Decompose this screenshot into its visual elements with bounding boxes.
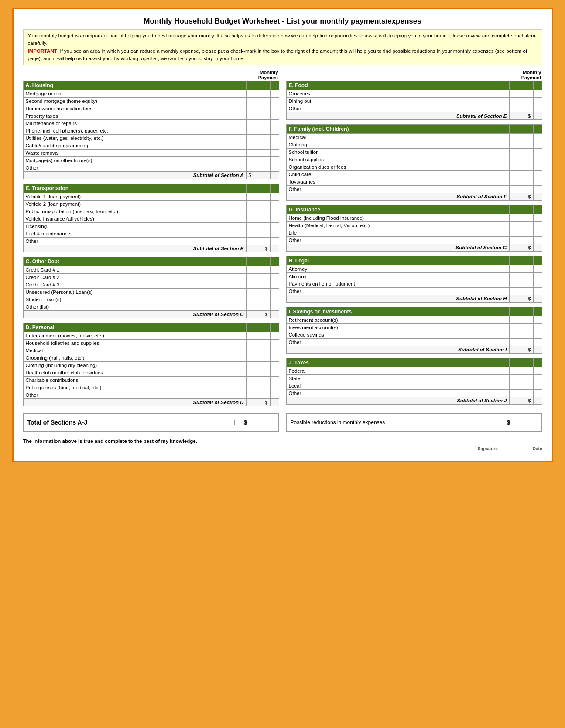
section-e-transport-subtotal: Subtotal of Section E $: [23, 245, 279, 252]
section-i-header-row: I. Savings or Investments: [286, 307, 542, 316]
signature-section: The information above is true and comple…: [23, 439, 542, 451]
table-row: Home (including Flood Insurance): [286, 214, 542, 222]
intro-box: Your monthly budget is an important part…: [23, 29, 542, 65]
table-row: Investment account(s): [286, 324, 542, 331]
table-row: Cable/satellite programming: [23, 142, 279, 150]
table-row: School tuition: [286, 149, 542, 156]
table-row: Other: [286, 105, 542, 112]
total-box: Total of Sections A-J | $: [23, 413, 279, 432]
table-row: Medical: [286, 134, 542, 141]
section-d-table: D. Personal Entertainment (movies, music…: [23, 323, 279, 406]
section-a-header-row: A. Housing: [23, 81, 279, 90]
page-title: Monthly Household Budget Worksheet - Lis…: [23, 17, 542, 26]
section-i-table: I. Savings or Investments Retirement acc…: [286, 307, 542, 354]
section-f-header-row: F. Family (incl. Children): [286, 125, 542, 134]
table-row: Utilities (water, gas, electricity, etc.…: [23, 135, 279, 142]
section-e-transport-header-row: E. Transportation: [23, 184, 279, 193]
total-section: Total of Sections A-J | $ Possible reduc…: [23, 413, 542, 432]
table-row: Charitable contributions: [23, 377, 279, 384]
section-a-title: A. Housing: [23, 81, 246, 90]
table-row: State: [286, 375, 542, 382]
table-row: Household toiletries and supplies: [23, 340, 279, 347]
section-g-title: G. Insurance: [286, 205, 509, 214]
section-h-table: H. Legal Attorney Alimony Payments on li…: [286, 256, 542, 303]
table-row: Maintenance or repairs: [23, 120, 279, 127]
table-row: Second mortgage (home equity): [23, 98, 279, 105]
section-e-food-subtotal: Subtotal of Section E $: [286, 112, 542, 120]
section-h-header-row: H. Legal: [286, 256, 542, 265]
section-a-amount-header: [246, 81, 270, 90]
section-c-table: C. Other Debt Credit Card # 1 Credit Car…: [23, 257, 279, 318]
table-row: School supplies: [286, 156, 542, 163]
table-row: Mortgage or rent: [23, 90, 279, 98]
table-row: Local: [286, 382, 542, 390]
table-row: Other: [23, 238, 279, 245]
right-monthly-header: MonthlyPayment: [286, 70, 542, 80]
reductions-box: Possible reductions in monthly expenses …: [286, 413, 542, 432]
section-f-subtotal: Subtotal of Section F $: [286, 193, 542, 201]
section-i-title: I. Savings or Investments: [286, 307, 509, 316]
table-row: Health (Medical, Dental, Vision, etc.): [286, 222, 542, 229]
table-row: Attorney: [286, 265, 542, 273]
title-main: Monthly Household Budget Worksheet: [144, 17, 280, 25]
table-row: Retirement account(s): [286, 316, 542, 324]
intro-line1: Your monthly budget is an important part…: [28, 32, 538, 48]
table-row: Health club or other club fees/dues: [23, 369, 279, 377]
page: Monthly Household Budget Worksheet - Lis…: [12, 8, 553, 462]
table-row: Homeowners association fees: [23, 105, 279, 112]
table-row: Vehicle 2 (loan payment): [23, 201, 279, 208]
section-e-transport-title: E. Transportation: [23, 184, 246, 193]
right-column: MonthlyPayment E. Food Groceries Dining …: [286, 70, 542, 411]
section-h-title: H. Legal: [286, 256, 509, 265]
table-row: Waste removal: [23, 150, 279, 157]
table-row: Licensing: [23, 223, 279, 230]
section-d-header-row: D. Personal: [23, 323, 279, 332]
section-a-check-header: [270, 81, 279, 90]
table-row: Other: [286, 186, 542, 193]
left-column: MonthlyPayment A. Housing Mortgage or re…: [23, 70, 279, 411]
section-j-header-row: J. Taxes: [286, 358, 542, 367]
table-row: Other: [23, 391, 279, 399]
section-e-food-table: E. Food Groceries Dining out Other Subto…: [286, 81, 542, 120]
table-row: Credit Card # 1: [23, 266, 279, 274]
table-row: Pet expenses (food, medical, etc.): [23, 384, 279, 391]
important-text: : If you see an area in which you can re…: [28, 48, 527, 61]
important-label: IMPORTANT: [28, 48, 58, 54]
reductions-dollar: $: [503, 416, 538, 429]
table-row: Alimony: [286, 273, 542, 280]
table-row: Unsecured (Personal) Loan(s): [23, 289, 279, 296]
total-dollar: $: [240, 416, 275, 429]
table-row: Entertainment (movies, music, etc.): [23, 332, 279, 340]
section-i-subtotal: Subtotal of Section I $: [286, 346, 542, 354]
section-g-table: G. Insurance Home (including Flood Insur…: [286, 205, 542, 252]
table-row: Credit Card # 2: [23, 274, 279, 281]
section-j-subtotal: Subtotal of Section J $: [286, 397, 542, 405]
signature-row: Signature Date: [23, 446, 542, 451]
table-row: Other: [286, 237, 542, 244]
total-label: Total of Sections A-J: [27, 419, 230, 426]
table-row: Other: [286, 390, 542, 397]
table-row: Mortgage(s) on other home(s): [23, 157, 279, 164]
section-g-header-row: G. Insurance: [286, 205, 542, 214]
reductions-label: Possible reductions in monthly expenses: [291, 419, 503, 425]
table-row: Medical: [23, 347, 279, 354]
signature-label: Signature: [478, 446, 498, 451]
table-row: Fuel & maintenance: [23, 230, 279, 238]
section-f-title: F. Family (incl. Children): [286, 125, 509, 134]
table-row: Student Loan(s): [23, 296, 279, 303]
section-c-subtotal: Subtotal of Section C $: [23, 311, 279, 318]
table-row: Other: [286, 288, 542, 295]
table-row: Life: [286, 229, 542, 237]
section-g-subtotal: Subtotal of Section G $: [286, 244, 542, 252]
main-content: MonthlyPayment A. Housing Mortgage or re…: [23, 70, 542, 411]
table-row: Other: [286, 339, 542, 346]
intro-important: IMPORTANT: If you see an area in which y…: [28, 48, 538, 63]
section-a-subtotal: Subtotal of Section A $: [23, 172, 279, 179]
signature-statement: The information above is true and comple…: [23, 439, 542, 444]
table-row: Phone, incl. cell phone(s), pager, etc.: [23, 127, 279, 135]
table-row: Grooming (hair, nails, etc.): [23, 354, 279, 362]
section-d-subtotal: Subtotal of Section D $: [23, 399, 279, 406]
section-h-subtotal: Subtotal of Section H $: [286, 295, 542, 303]
table-row: Child care: [286, 171, 542, 178]
section-j-table: J. Taxes Federal State Local Other Subto…: [286, 358, 542, 405]
